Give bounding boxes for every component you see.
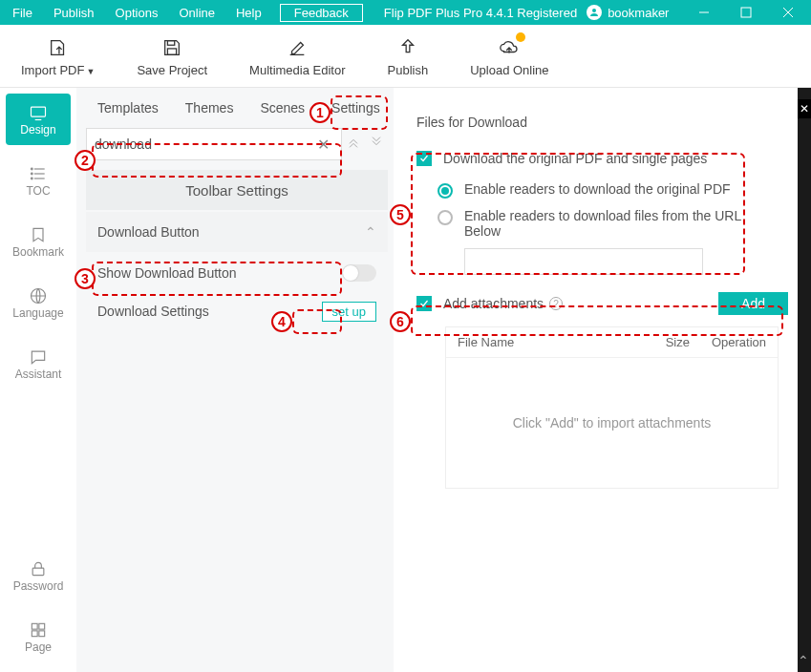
svg-rect-5 [168,41,175,46]
add-attachment-button[interactable]: Add [718,292,788,315]
title-bar: File Publish Options Online Help Feedbac… [0,0,811,25]
attachments-table: File Name Size Operation Click "Add" to … [445,326,779,489]
expand-all-icon[interactable] [365,135,388,154]
attachments-table-head: File Name Size Operation [446,327,778,358]
menu-options[interactable]: Options [105,6,169,20]
user-avatar-icon [587,5,602,20]
chat-icon [29,346,48,368]
setup-button[interactable]: set up [322,302,376,322]
settings-column: Templates Themes Scenes Settings ✕ Toolb… [76,88,394,672]
main-toolbar: Import PDF▼ Save Project Multimedia Edit… [0,25,811,88]
settings-search[interactable]: ✕ [86,128,342,160]
window-minimize[interactable] [683,0,725,25]
svg-rect-19 [32,631,37,637]
help-icon[interactable]: ? [549,297,563,310]
tab-templates[interactable]: Templates [84,100,172,116]
download-settings-label: Download Settings [97,304,209,319]
download-pdf-checkbox[interactable] [416,151,432,166]
user-account[interactable]: bookmaker [587,5,669,20]
sidebar-item-assistant[interactable]: Assistant [6,338,71,389]
svg-rect-6 [168,49,177,54]
radio-original-pdf[interactable]: Enable readers to download the original … [438,181,788,199]
download-button-header[interactable]: Download Button ⌃ [86,212,388,252]
download-url-input[interactable] [464,248,703,275]
tab-settings[interactable]: Settings [318,100,394,116]
download-config-panel: ✕ Files for Download Download the origin… [394,88,811,672]
globe-icon [29,285,48,306]
show-download-button-row: Show Download Button [86,254,388,292]
backdrop-strip [798,88,811,672]
feedback-button[interactable]: Feedback [280,4,363,22]
col-filename: File Name [458,335,642,349]
design-tabs: Templates Themes Scenes Settings [76,88,394,128]
svg-point-13 [32,173,33,175]
lock-icon [29,558,48,579]
menu-help[interactable]: Help [225,6,272,20]
download-settings-row: Download Settings set up [86,292,388,330]
cloud-upload-icon [499,34,520,61]
radio-url-label-2: Below [464,223,741,239]
grid-icon [29,620,48,640]
tab-scenes[interactable]: Scenes [246,100,318,116]
publish-button[interactable]: Publish [367,34,450,77]
radio-url-input[interactable] [438,210,453,225]
window-close[interactable] [767,0,809,25]
download-pdf-option: Download the original PDF and single pag… [416,151,788,166]
svg-point-0 [592,9,596,12]
import-pdf-button[interactable]: Import PDF▼ [0,34,116,77]
multimedia-editor-button[interactable]: Multimedia Editor [228,34,366,77]
app-title: Flip PDF Plus Pro 4.4.1 Registered [384,6,577,20]
sidebar-item-password[interactable]: Password [6,550,71,601]
edit-icon [287,34,308,61]
radio-original-pdf-input[interactable] [438,183,453,199]
menu-file[interactable]: File [2,6,43,20]
show-download-toggle[interactable] [342,264,376,282]
save-project-button[interactable]: Save Project [116,34,228,77]
publish-icon [397,34,418,61]
show-download-label: Show Download Button [97,265,237,281]
attachments-header: Add attachments ? Add [416,292,788,315]
sidebar-item-language[interactable]: Language [6,277,71,328]
sidebar-item-toc[interactable]: TOC [6,155,71,206]
save-icon [161,34,182,61]
attachments-empty: Click "Add" to import attachments [446,358,778,488]
panel-title: Files for Download [416,115,788,130]
attachments-label: Add attachments [443,296,544,311]
download-pdf-label: Download the original PDF and single pag… [443,151,707,166]
svg-rect-2 [741,8,751,17]
sidebar-item-bookmark[interactable]: Bookmark [6,216,71,267]
svg-point-14 [32,178,33,179]
radio-original-pdf-label: Enable readers to download the original … [464,181,731,197]
search-input[interactable] [95,136,313,152]
svg-rect-17 [32,623,37,629]
collapse-all-icon[interactable] [342,135,365,154]
menu-online[interactable]: Online [168,6,225,20]
svg-rect-16 [32,568,44,576]
svg-rect-18 [39,623,45,629]
tab-themes[interactable]: Themes [172,100,247,116]
window-maximize[interactable] [725,0,767,25]
panel-close-icon[interactable]: ✕ [798,99,811,118]
radio-url-label: Enable readers to download files from th… [464,208,741,223]
chevron-up-icon: ⌃ [365,224,376,240]
list-icon [29,163,48,184]
import-icon [48,34,69,61]
svg-rect-20 [39,631,45,637]
col-operation: Operation [690,335,766,349]
panel-caret-icon: ⌃ [798,653,809,668]
user-name: bookmaker [608,6,669,20]
upload-online-button[interactable]: Upload Online [449,34,569,77]
svg-rect-7 [32,107,46,116]
clear-search-icon[interactable]: ✕ [313,136,333,154]
radio-url[interactable]: Enable readers to download files from th… [438,208,788,239]
bookmark-icon [29,224,48,245]
sidebar-item-design[interactable]: Design [6,94,71,145]
menu-publish[interactable]: Publish [43,6,105,20]
col-size: Size [642,335,690,349]
svg-point-12 [32,168,33,170]
monitor-icon [29,102,48,123]
toolbar-settings-header[interactable]: Toolbar Settings [86,170,388,210]
attachments-checkbox[interactable] [416,296,432,311]
main-area: Design TOC Bookmark Language Assistant P… [0,88,811,672]
sidebar-item-page[interactable]: Page [6,611,71,662]
